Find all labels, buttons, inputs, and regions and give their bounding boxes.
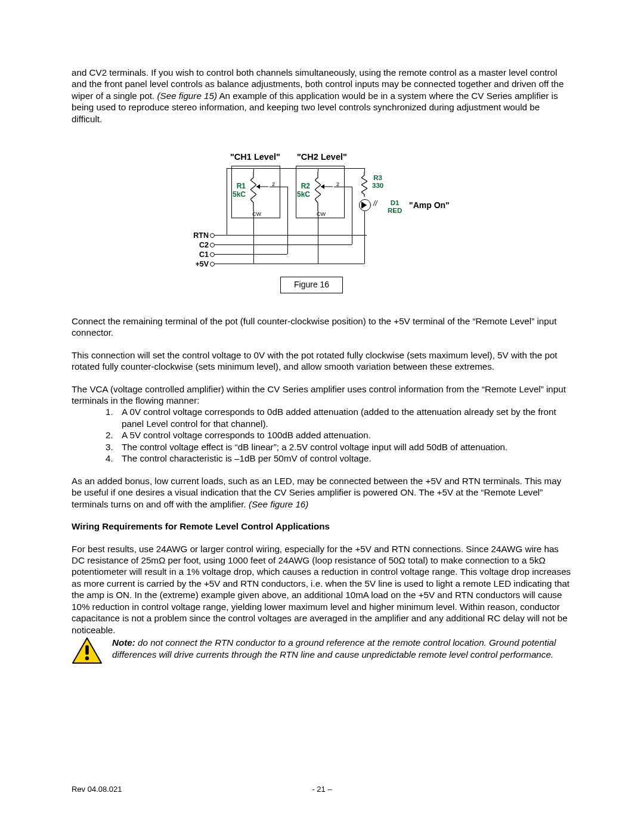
page: and CV2 terminals. If you wish to contro…: [0, 0, 644, 833]
paragraph-intro: and CV2 terminals. If you wish to contro…: [72, 67, 572, 125]
paragraph-3-lead: The VCA (voltage controlled amplifier) w…: [72, 383, 572, 407]
svg-point-6: [85, 657, 89, 660]
figure-ref-15: (See figure 15): [157, 91, 217, 101]
led-emit-icon: //: [373, 199, 377, 208]
terminal-rtn-dot: [210, 233, 215, 238]
r2-wiper-arrow: [321, 184, 334, 190]
paragraph-4: As an added bonus, low current loads, su…: [72, 475, 572, 510]
note-label: Note:: [112, 637, 135, 648]
paragraph-5: For best results, use 24AWG or larger co…: [72, 543, 572, 636]
note-text: Note: do not connect the RTN conductor t…: [112, 637, 572, 660]
led-d1-symbol: [359, 199, 371, 211]
terminal-rtn: RTN: [182, 231, 209, 240]
r2-label: R25kC: [297, 182, 310, 199]
terminal-5v-dot: [210, 262, 215, 267]
list-item: The control characteristic is –1dB per 5…: [116, 453, 572, 464]
note-body: do not connect the RTN conductor to a gr…: [112, 637, 556, 659]
r3-label: R3330: [372, 174, 383, 189]
vca-behavior-list: A 0V control voltage corresponds to 0dB …: [72, 406, 572, 464]
d1-label: D1RED: [388, 199, 402, 214]
svg-marker-3: [321, 184, 324, 189]
r1-label: R15kC: [233, 182, 246, 199]
svg-marker-1: [256, 184, 260, 189]
section-heading-wiring: Wiring Requirements for Remote Level Con…: [72, 521, 572, 532]
figure-16: "CH1 Level" "CH2 Level" R15kC R25kC: [72, 151, 572, 297]
r1-resistor-symbol: [250, 172, 256, 211]
paragraph-1: Connect the remaining terminal of the po…: [72, 315, 572, 339]
ch2-level-label: "CH2 Level": [297, 151, 347, 163]
r2-resistor-symbol: [315, 172, 321, 211]
ch1-level-label: "CH1 Level": [230, 151, 280, 163]
terminal-c1: C1: [182, 250, 209, 259]
list-item: A 5V control voltage corresponds to 100d…: [116, 429, 572, 441]
terminal-c2: C2: [182, 240, 209, 250]
terminal-c1-dot: [210, 252, 215, 257]
r1-wiper-arrow: [256, 184, 270, 190]
note-block: Note: do not connect the RTN conductor t…: [72, 637, 572, 664]
list-item: The control voltage effect is “dB linear…: [116, 441, 572, 453]
terminal-5v: +5V: [182, 259, 209, 269]
footer-page-number: - 21 –: [312, 785, 332, 795]
terminal-c2-dot: [210, 243, 215, 247]
figure-caption: Figure 16: [280, 277, 343, 293]
amp-on-label: "Amp On": [409, 200, 450, 211]
paragraph-2: This connection will set the control vol…: [72, 349, 572, 373]
figure-ref-16: (See figure 16): [249, 499, 308, 509]
paragraph-4-body: As an added bonus, low current loads, su…: [72, 476, 561, 509]
page-footer: Rev 04.08.021 - 21 –: [72, 785, 572, 795]
footer-rev: Rev 04.08.021: [72, 785, 122, 795]
svg-rect-5: [85, 645, 89, 655]
r3-resistor-symbol: [361, 172, 367, 197]
list-item: A 0V control voltage corresponds to 0dB …: [116, 406, 572, 429]
warning-icon: [72, 637, 103, 664]
